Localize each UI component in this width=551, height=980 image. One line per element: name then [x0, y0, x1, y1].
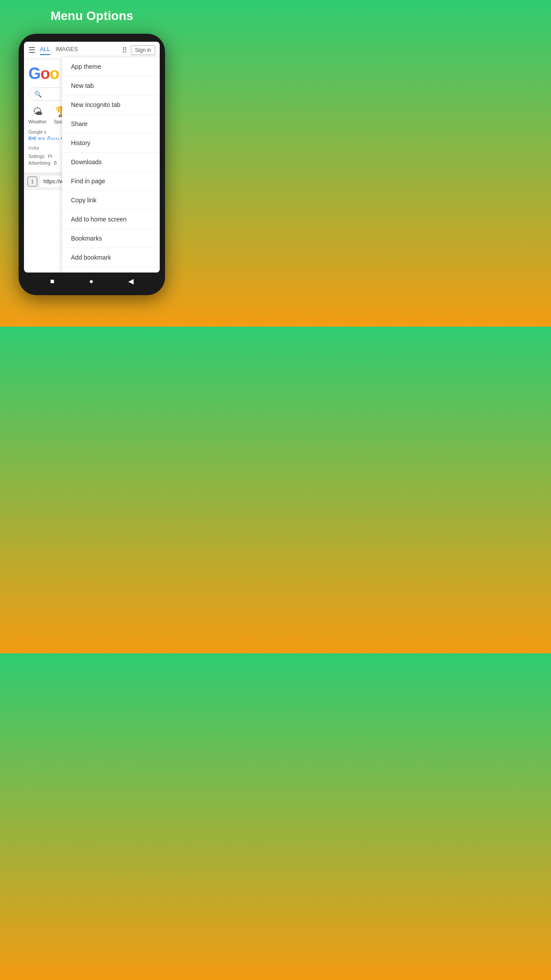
- stop-icon[interactable]: ■: [50, 277, 55, 285]
- tab-images[interactable]: IMAGES: [55, 46, 78, 55]
- weather-icon: 🌤: [33, 106, 43, 118]
- menu-item-new-incognito-tab[interactable]: New incognito tab: [62, 95, 160, 115]
- google-logo: Goo: [28, 64, 59, 83]
- weather-label: Weather: [28, 119, 47, 124]
- menu-item-find-in-page[interactable]: Find in page: [62, 172, 160, 191]
- menu-item-add-bookmark[interactable]: Add bookmark: [62, 248, 160, 267]
- menu-item-history[interactable]: History: [62, 134, 160, 153]
- menu-item-copy-link[interactable]: Copy link: [62, 191, 160, 210]
- menu-item-share[interactable]: Share: [62, 115, 160, 134]
- hamburger-icon[interactable]: ☰: [28, 45, 35, 55]
- advertising-footer-link[interactable]: Advertising: [28, 161, 50, 166]
- browser-tabs: ALL IMAGES: [40, 46, 122, 55]
- home-icon[interactable]: ●: [89, 277, 94, 285]
- search-icon: 🔍: [34, 91, 42, 98]
- browser-top-bar: ☰ ALL IMAGES ⠿ Sign in: [24, 42, 160, 59]
- page-title: Menu Options: [51, 9, 134, 23]
- business-footer-link[interactable]: B: [54, 161, 57, 166]
- lang-bengali[interactable]: বাংলা: [38, 136, 45, 142]
- sign-in-button[interactable]: Sign in: [131, 45, 155, 55]
- back-icon[interactable]: ◀: [128, 277, 134, 285]
- phone-nav: ■ ● ◀: [24, 273, 160, 290]
- privacy-footer-link[interactable]: Pr: [48, 154, 52, 159]
- menu-item-downloads[interactable]: Downloads: [62, 153, 160, 172]
- menu-item-reader-mode[interactable]: Reader mode: [62, 267, 160, 273]
- tab-all[interactable]: ALL: [40, 46, 50, 55]
- settings-footer-link[interactable]: Settings: [28, 154, 44, 159]
- menu-item-new-tab[interactable]: New tab: [62, 76, 160, 95]
- lang-telugu[interactable]: తెలుగు: [47, 136, 59, 142]
- shortcut-weather[interactable]: 🌤 Weather: [28, 106, 47, 124]
- menu-item-add-to-home-screen[interactable]: Add to home screen: [62, 210, 160, 229]
- lang-hindi[interactable]: हिन्दी: [28, 136, 36, 142]
- grid-icon[interactable]: ⠿: [122, 46, 127, 55]
- tab-count-box[interactable]: 1: [28, 177, 37, 186]
- phone-screen: ☰ ALL IMAGES ⠿ Sign in Goo 🔍: [24, 42, 160, 273]
- phone-frame: ☰ ALL IMAGES ⠿ Sign in Goo 🔍: [19, 34, 165, 295]
- browser-icons: ⠿ Sign in: [122, 45, 155, 55]
- dropdown-menu: App theme New tab New incognito tab Shar…: [62, 57, 160, 273]
- menu-item-bookmarks[interactable]: Bookmarks: [62, 229, 160, 248]
- menu-item-app-theme[interactable]: App theme: [62, 57, 160, 76]
